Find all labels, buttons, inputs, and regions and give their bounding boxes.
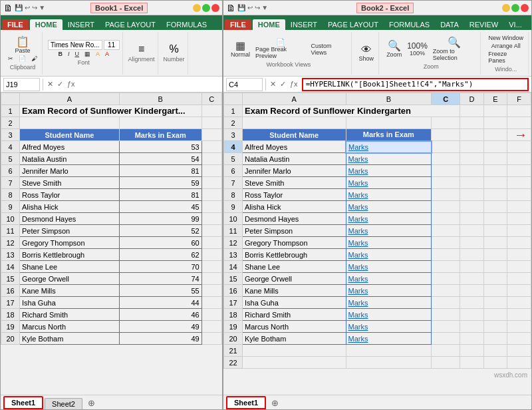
insert-function-icon-right[interactable]: ƒx (289, 80, 299, 89)
add-sheet-btn-left[interactable]: ⊕ (84, 397, 99, 409)
student-name-cell-left[interactable]: Peter Simpson (20, 225, 120, 237)
student-name-cell-left[interactable]: Shane Lee (20, 261, 120, 273)
student-name-cell-right[interactable]: Richard Smith (243, 309, 346, 321)
marks-link-cell-right[interactable]: Marks (346, 201, 432, 213)
student-name-cell-right[interactable]: Steve Smith (243, 177, 346, 189)
marks-cell-left[interactable]: 59 (119, 177, 201, 189)
normal-btn-right[interactable]: ▦ Normal 📄 Page Break Preview Custom Vie… (229, 38, 348, 60)
confirm-formula-icon-left[interactable]: ✓ (56, 80, 65, 89)
student-name-cell-left[interactable]: Borris Kettlebrough (20, 249, 120, 261)
font-size-select-left[interactable]: 11 (104, 40, 120, 50)
marks-link-cell-right[interactable]: Marks (346, 165, 432, 177)
font-color-btn-left[interactable]: A (103, 50, 111, 58)
view-tab-right[interactable]: VI... (503, 19, 527, 30)
zoom-btn-right[interactable]: 🔍 Zoom (384, 40, 404, 59)
student-name-cell-left[interactable]: Isha Guha (20, 297, 120, 309)
marks-cell-left[interactable]: 81 (119, 165, 201, 177)
zoom-pct-btn-right[interactable]: 100% 100% (405, 41, 430, 57)
add-sheet-btn-right[interactable]: ⊕ (267, 397, 283, 409)
student-name-cell-right[interactable]: Borris Kettlebrough (243, 249, 346, 261)
student-name-cell-left[interactable]: Alfred Moyes (20, 141, 120, 153)
format-painter-btn-left[interactable]: 🖌 (29, 55, 39, 63)
marks-link-cell-right[interactable]: Marks (346, 297, 432, 309)
student-name-cell-left[interactable]: Kyle Botham (20, 333, 120, 345)
marks-link-cell-right[interactable]: Marks (346, 309, 432, 321)
paste-btn-left[interactable]: 📋 Paste (13, 36, 32, 55)
marks-cell-left[interactable]: 60 (119, 237, 201, 249)
col-a-header-right[interactable]: A (243, 93, 346, 105)
col-d-header-right[interactable]: D (460, 93, 484, 105)
marks-cell-left[interactable]: 49 (119, 321, 201, 333)
col-b-header-left[interactable]: B (119, 93, 201, 105)
col-b-header-right[interactable]: B (346, 93, 432, 105)
marks-cell-left[interactable]: 53 (119, 141, 201, 153)
font-name-select-left[interactable]: Times New Ro... (48, 40, 102, 50)
sheet2-tab-left[interactable]: Sheet2 (45, 398, 82, 409)
copy-btn-left[interactable]: 📄 (17, 55, 28, 63)
marks-link-cell-right[interactable]: Marks (346, 249, 432, 261)
title-cell-left[interactable]: Exam Record of Sunflower Kindergart... (20, 105, 202, 117)
student-name-cell-right[interactable]: Peter Simpson (243, 225, 346, 237)
col-f-header-right[interactable]: F (507, 93, 531, 105)
student-name-cell-right[interactable]: Alisha Hick (243, 201, 346, 213)
student-name-cell-left[interactable]: Marcus North (20, 321, 120, 333)
student-name-cell-right[interactable]: Marcus North (243, 321, 346, 333)
formulas-tab-left[interactable]: FORMULAS (161, 19, 212, 30)
student-name-cell-right[interactable]: Alfred Moyes (243, 141, 346, 153)
maximize-btn-left[interactable] (202, 4, 210, 12)
page-break-btn-right[interactable]: 📄 Page Break Preview (253, 38, 308, 60)
name-box-left[interactable]: J19 (3, 78, 40, 91)
marks-link-cell-right[interactable]: Marks (346, 177, 432, 189)
student-name-cell-left[interactable]: Desmond Hayes (20, 213, 120, 225)
marks-link-cell-right[interactable]: Marks (346, 321, 432, 333)
student-name-cell-left[interactable]: Steve Smith (20, 177, 120, 189)
show-btn-right[interactable]: 👁 Show (357, 44, 376, 63)
student-name-cell-left[interactable]: Jennifer Marlo (20, 165, 120, 177)
minimize-btn-left[interactable] (193, 4, 201, 12)
col-a-header-left[interactable]: A (20, 93, 120, 105)
marks-link-cell-right[interactable]: Marks (346, 273, 432, 285)
marks-link-cell-right[interactable]: Marks (346, 333, 432, 345)
student-name-cell-left[interactable]: Alisha Hick (20, 201, 120, 213)
review-tab-right[interactable]: REVIEW (464, 19, 503, 30)
new-window-btn-right[interactable]: New Window (486, 34, 525, 42)
marks-link-cell-right[interactable]: Marks (346, 153, 432, 165)
student-name-cell-right[interactable]: Shane Lee (243, 261, 346, 273)
student-name-cell-left[interactable]: Ross Taylor (20, 189, 120, 201)
student-name-cell-left[interactable]: Kane Mills (20, 285, 120, 297)
pagelayout-tab-left[interactable]: PAGE LAYOUT (100, 19, 161, 30)
close-btn-left[interactable] (211, 4, 219, 12)
marks-cell-left[interactable]: 45 (119, 201, 201, 213)
student-name-cell-right[interactable]: Natalia Austin (243, 153, 346, 165)
close-btn-right[interactable] (521, 4, 529, 12)
student-name-cell-left[interactable]: Richard Smith (20, 309, 120, 321)
student-name-cell-left[interactable]: Natalia Austin (20, 153, 120, 165)
home-tab-right[interactable]: HOME (253, 19, 285, 30)
marks-link-cell-right[interactable]: Marks (346, 261, 432, 273)
marks-link-cell-right[interactable]: Marks (346, 285, 432, 297)
insert-tab-left[interactable]: INSERT (63, 19, 100, 30)
data-tab-right[interactable]: DATA (435, 19, 464, 30)
marks-link-cell-right[interactable]: Marks (346, 237, 432, 249)
custom-views-btn-right[interactable]: Custom Views (309, 42, 348, 57)
zoom-sel-btn-right[interactable]: 🔍 Zoom to Selection (431, 37, 478, 62)
student-name-cell-right[interactable]: Desmond Hayes (243, 213, 346, 225)
sheet1-tab-left[interactable]: Sheet1 (3, 396, 43, 409)
marks-link-cell-right[interactable]: Marks (346, 225, 432, 237)
underline-btn-left[interactable]: U (73, 50, 82, 58)
marks-cell-left[interactable]: 54 (119, 153, 201, 165)
arrange-all-btn-right[interactable]: Arrange All (489, 42, 523, 50)
marks-cell-left[interactable]: 46 (119, 309, 201, 321)
file-tab-right[interactable]: FILE (225, 19, 251, 30)
student-name-cell-left[interactable]: Gregory Thompson (20, 237, 120, 249)
marks-cell-left[interactable]: 99 (119, 213, 201, 225)
marks-cell-left[interactable]: 49 (119, 333, 201, 345)
formula-input-left[interactable] (79, 78, 219, 91)
fill-btn-left[interactable]: A (94, 50, 102, 58)
student-name-cell-right[interactable]: Ross Taylor (243, 189, 346, 201)
cut-btn-left[interactable]: ✂ (6, 55, 15, 63)
home-tab-left[interactable]: HOME (30, 19, 63, 30)
sheet1-tab-right[interactable]: Sheet1 (226, 396, 266, 409)
minimize-btn-right[interactable] (502, 4, 510, 12)
marks-cell-left[interactable]: 70 (119, 261, 201, 273)
